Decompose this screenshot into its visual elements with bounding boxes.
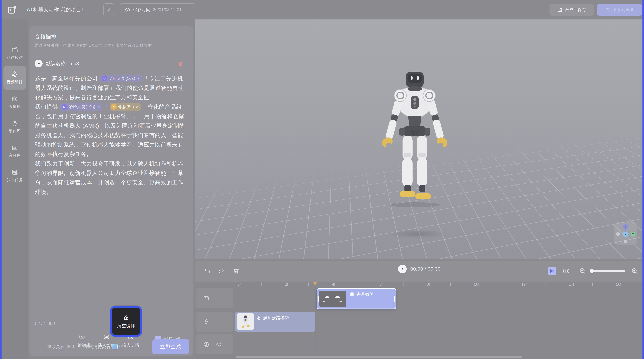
orientation-gizmo[interactable]: Z Y X — [614, 222, 637, 245]
save-status: 保存时间 26/01/03 12:01 — [120, 3, 195, 16]
gizmo-y-label[interactable]: Y — [624, 233, 626, 236]
zoom-slider-handle[interactable] — [590, 269, 594, 273]
audio-play-button[interactable] — [35, 60, 42, 67]
audio-file-name: 默认名称1.mp3 — [46, 60, 79, 67]
audio-file-row: 默认名称1.mp3 — [35, 59, 188, 68]
ruler-label: 2f — [285, 282, 288, 287]
smile-face-icon: ☺ — [102, 75, 107, 81]
clear-arrangement-icon — [123, 314, 130, 321]
synthesize-save-button[interactable]: 合成并保存 — [550, 4, 594, 15]
ruler-label: 10f — [474, 282, 479, 287]
clip-trim-handle-right[interactable] — [394, 296, 395, 302]
audio-arrange-icon — [12, 71, 18, 78]
expression-tag[interactable]: ☺哈哈大笑(10s)× — [60, 103, 102, 111]
delete-audio-icon[interactable] — [178, 60, 184, 67]
action-clip-title: 超帅走路姿势 — [256, 315, 289, 321]
sidebar-item-audio-library[interactable]: 音频库 — [4, 140, 26, 163]
rename-project-button[interactable] — [103, 3, 114, 16]
sidebar-item-audio-arrange[interactable]: 音频编排 — [4, 66, 26, 89]
playhead[interactable] — [313, 282, 317, 356]
delete-clip-icon[interactable] — [233, 267, 240, 275]
action-clip-thumbnail — [237, 313, 254, 330]
smile-face-icon: ☺ — [62, 104, 67, 110]
action-tag[interactable]: ✦弯腰(5s)× — [110, 103, 141, 111]
timeline-ruler[interactable]: 0f2f4f6f8f10f12f14f16f — [235, 282, 642, 288]
timeline-clip-expression[interactable]: 害羞微笑 — [317, 288, 396, 309]
remaining-stones-value: 300 — [67, 344, 74, 349]
ruler-tick — [261, 283, 262, 286]
sidebar-item-label: 音频编排 — [7, 79, 23, 85]
viewport-3d[interactable]: Z Y X — [195, 19, 642, 259]
tag-close-icon[interactable]: × — [97, 102, 100, 111]
sidebar-item-action-library[interactable]: 动作库 — [4, 115, 26, 138]
timeline-play-button[interactable] — [398, 265, 407, 273]
char-count: 52 / 1,000 — [35, 321, 55, 326]
sidebar-item-my-tasks[interactable]: 我的任务 — [4, 164, 26, 187]
editor-text: 我们提供 — [35, 104, 60, 110]
track-header-action[interactable] — [196, 312, 233, 332]
sidebar-item-label: 我的任务 — [7, 177, 23, 183]
robot-download-icon — [605, 7, 610, 12]
segment-bracket: 「 — [103, 103, 109, 110]
walking-person-icon — [256, 316, 261, 321]
ruler-tick — [640, 283, 640, 286]
segment-bracket: 「 — [142, 103, 148, 110]
editor-content[interactable]: 这是一家全球领先的公司 ☺哈哈大笑(10s)×「专注于先进机器人系统的设计、制造… — [35, 74, 187, 318]
ruler-tick — [308, 283, 309, 286]
tag-close-icon[interactable]: × — [136, 102, 139, 111]
remaining-stones-label: 剩余灵石 — [47, 344, 64, 350]
segment-bracket: 「 — [143, 75, 149, 82]
gizmo-axis-dot — [616, 232, 620, 236]
deploy-to-device-button[interactable]: 下发到设备 — [597, 4, 642, 15]
gizmo-z-label[interactable]: Z — [625, 225, 626, 228]
sidebar-item-label: 音频库 — [9, 153, 21, 158]
ruler-tick — [498, 283, 498, 286]
save-icon — [557, 7, 562, 12]
tag-close-icon[interactable]: × — [137, 74, 140, 83]
sidebar-item-label: 动作库 — [9, 128, 21, 134]
action-track-icon — [203, 318, 210, 325]
robot-figure[interactable] — [370, 42, 459, 235]
clip-trim-handle-left[interactable] — [318, 296, 319, 302]
track-header-audio[interactable] — [196, 334, 233, 354]
sidebar-item-expression-library[interactable]: 表情库 — [4, 91, 26, 114]
ruler-label: 6f — [380, 282, 382, 287]
ruler-label: 0f — [238, 282, 241, 287]
time-display: 00:00 / 00:30 — [410, 265, 440, 273]
sidebar-item-motion-mimic[interactable]: 动作模仿 — [4, 42, 26, 65]
fit-timeline-icon[interactable] — [562, 267, 570, 275]
zoom-out-icon[interactable] — [579, 267, 586, 275]
deploy-to-device-label: 下发到设备 — [613, 7, 634, 13]
segment-bracket: 」 — [132, 113, 138, 119]
expression-tag[interactable]: ☺哈哈大笑(10s)× — [100, 74, 142, 82]
consume-stones-label: 本次消耗灵石 — [84, 344, 110, 350]
timeline-zoom-slider[interactable] — [590, 270, 625, 272]
redo-icon[interactable] — [218, 267, 224, 275]
track-header-expression[interactable] — [196, 288, 233, 308]
ruler-label: 14f — [569, 282, 574, 287]
undo-icon[interactable] — [204, 267, 211, 275]
editor-text: 用于物流和仓储的自主移动机器人 (AMR)，以及为医疗和酒店业量身定制的服务机器… — [35, 113, 185, 157]
pen-icon — [106, 7, 111, 12]
footer-separator: | — [79, 345, 80, 349]
clear-arrangement-label: 清空编排 — [117, 323, 135, 329]
ruler-tick — [450, 283, 451, 286]
playhead-line — [315, 285, 316, 355]
editor-text: 我们致力于创新，大力投资于研发，以突破人机协作和机器学习的界限。创新机器人公司助… — [35, 160, 184, 195]
action-clip-label: 超帅走路姿势 — [263, 315, 289, 321]
ruler-tick — [592, 283, 593, 286]
timeline-horizontal-scrollbar[interactable] — [236, 356, 522, 358]
generate-now-button[interactable]: 立即生成 — [152, 339, 189, 354]
clear-arrangement-button[interactable]: 清空编排 — [110, 306, 142, 337]
gizmo-x-label[interactable]: X — [632, 233, 634, 236]
star-person-icon: ✦ — [111, 104, 117, 110]
sidebar-item-label: 表情库 — [9, 104, 21, 109]
editor-text: 这是一家全球领先的公司 — [35, 75, 100, 81]
timeline-clip-action[interactable]: 超帅走路姿势 — [235, 312, 315, 332]
screen-border-right — [642, 0, 644, 359]
sidebar-item-label: 动作模仿 — [7, 55, 23, 60]
snap-toggle-button[interactable] — [548, 267, 556, 275]
expression-library-icon — [12, 95, 18, 102]
zoom-in-icon[interactable] — [631, 267, 638, 275]
tag-label: 哈哈大笑(10s) — [109, 74, 135, 83]
